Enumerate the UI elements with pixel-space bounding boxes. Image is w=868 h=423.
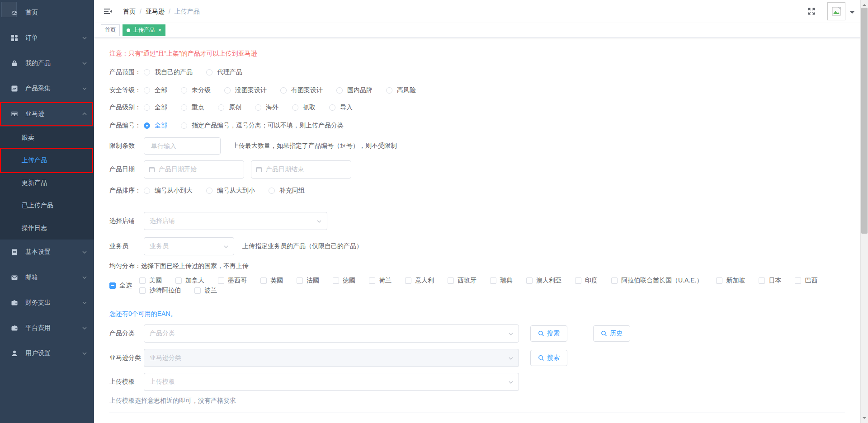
row-product-scope: 产品范围： 我自己的产品 代理产品 bbox=[109, 68, 845, 77]
radio-my-own-products[interactable]: 我自己的产品 bbox=[144, 68, 193, 76]
checkbox-country-japan[interactable]: 日本 bbox=[759, 277, 781, 285]
limit-count-input[interactable] bbox=[144, 137, 221, 155]
sidebar-item-upload-product[interactable]: 上传产品 bbox=[0, 149, 94, 172]
radio-icon bbox=[144, 69, 150, 75]
radio-level-key[interactable]: 重点 bbox=[181, 103, 204, 112]
radio-sort-desc[interactable]: 编号从大到小 bbox=[206, 187, 255, 195]
checkbox-country-uk[interactable]: 英國 bbox=[260, 277, 283, 285]
radio-agent-products[interactable]: 代理产品 bbox=[206, 68, 242, 76]
category-search-button[interactable]: 搜索 bbox=[530, 325, 567, 342]
checkbox-country-canada[interactable]: 加拿大 bbox=[175, 277, 204, 285]
radio-safety-all[interactable]: 全部 bbox=[144, 86, 167, 94]
checkbox-country-spain[interactable]: 西班牙 bbox=[448, 277, 476, 285]
product-category-select[interactable]: 产品分类 bbox=[144, 324, 519, 343]
radio-level-imported[interactable]: 导入 bbox=[329, 103, 353, 112]
hamburger-icon[interactable] bbox=[103, 7, 112, 16]
mail-icon bbox=[11, 274, 18, 281]
select-all-checkbox[interactable]: 全选 bbox=[109, 282, 132, 290]
radio-level-all[interactable]: 全部 bbox=[144, 103, 167, 112]
checkbox-icon bbox=[759, 277, 765, 284]
sidebar-item-amazon[interactable]: 亚马逊 bbox=[0, 101, 94, 127]
sidebar-item-label: 跟卖 bbox=[22, 134, 34, 142]
tag-label: 首页 bbox=[105, 26, 116, 34]
sidebar-item-home[interactable]: 首页 bbox=[0, 0, 94, 25]
radio-level-scraped[interactable]: 抓取 bbox=[292, 103, 316, 112]
radio-sort-fill-group[interactable]: 补充同组 bbox=[269, 187, 305, 195]
checkbox-country-sweden[interactable]: 瑞典 bbox=[490, 277, 513, 285]
radio-sort-asc[interactable]: 编号从小到大 bbox=[144, 187, 193, 195]
sidebar: 首页 订单 我的产品 产品采集 亚马逊 bbox=[0, 0, 94, 423]
checkbox-country-singapore[interactable]: 新加坡 bbox=[716, 277, 745, 285]
radio-number-specified[interactable]: 指定产品编号，逗号分离；可以不填，则上传产品分类 bbox=[181, 122, 344, 130]
salesman-select[interactable]: 业务员 bbox=[144, 237, 234, 255]
scrollbar-up-arrow-icon[interactable] bbox=[863, 2, 866, 6]
checkbox-country-germany[interactable]: 德國 bbox=[333, 277, 355, 285]
breadcrumb-home[interactable]: 首页 bbox=[123, 8, 136, 15]
checkbox-country-india[interactable]: 印度 bbox=[575, 277, 598, 285]
sidebar-item-label: 用户设置 bbox=[25, 349, 51, 357]
tag-upload-product[interactable]: 上传产品 × bbox=[123, 24, 165, 36]
page-scrollbar[interactable] bbox=[860, 0, 868, 423]
checkbox-country-usa[interactable]: 美國 bbox=[139, 277, 162, 285]
checkbox-country-netherlands[interactable]: 荷兰 bbox=[369, 277, 392, 285]
sidebar-item-mailbox[interactable]: 邮箱 bbox=[0, 265, 94, 290]
amazon-category-search-button[interactable]: 搜索 bbox=[530, 350, 567, 366]
category-history-button[interactable]: 历史 bbox=[593, 325, 630, 342]
sidebar-item-operation-log[interactable]: 操作日志 bbox=[0, 217, 94, 240]
sidebar-item-platform-fee[interactable]: 平台费用 bbox=[0, 315, 94, 341]
radio-icon bbox=[386, 87, 392, 94]
sidebar-item-follow-sell[interactable]: 跟卖 bbox=[0, 127, 94, 149]
caret-down-icon[interactable] bbox=[850, 11, 854, 16]
checkbox-country-saudi-arabia[interactable]: 沙特阿拉伯 bbox=[139, 287, 181, 295]
fullscreen-icon[interactable] bbox=[807, 7, 816, 15]
sidebar-item-product-collection[interactable]: 产品采集 bbox=[0, 76, 94, 101]
row-select-shop: 选择店铺 选择店铺 bbox=[109, 212, 845, 230]
breadcrumb-amazon[interactable]: 亚马逊 bbox=[146, 8, 165, 15]
checkbox-country-italy[interactable]: 意大利 bbox=[405, 277, 434, 285]
radio-safety-has-pattern[interactable]: 有图案设计 bbox=[280, 86, 323, 94]
breadcrumb: 首页/亚马逊/上传产品 bbox=[123, 8, 200, 16]
product-collection-icon bbox=[11, 85, 18, 92]
sidebar-item-label: 我的产品 bbox=[25, 59, 51, 67]
radio-safety-ungraded[interactable]: 未分级 bbox=[181, 86, 211, 94]
radio-level-overseas[interactable]: 海外 bbox=[255, 103, 278, 112]
sidebar-item-user-settings[interactable]: 用户设置 bbox=[0, 341, 94, 366]
radio-number-all[interactable]: 全部 bbox=[144, 122, 167, 130]
checkbox-country-australia[interactable]: 澳大利亞 bbox=[526, 277, 561, 285]
sidebar-item-label: 平台费用 bbox=[25, 324, 51, 332]
shop-select[interactable]: 选择店铺 bbox=[144, 212, 327, 230]
date-end-input[interactable]: 产品日期结束 bbox=[251, 160, 351, 179]
tags-view-bar: 首页 上传产品 × bbox=[94, 23, 868, 38]
date-start-input[interactable]: 产品日期开始 bbox=[144, 160, 244, 179]
tag-home[interactable]: 首页 bbox=[101, 24, 120, 36]
radio-safety-no-pattern[interactable]: 没图案设计 bbox=[224, 86, 267, 94]
scrollbar-down-arrow-icon[interactable] bbox=[863, 417, 866, 421]
amazon-category-select[interactable]: 亚马逊分类 bbox=[144, 349, 519, 367]
chevron-down-icon bbox=[82, 326, 87, 330]
tag-close-icon[interactable]: × bbox=[158, 28, 161, 33]
checkbox-country-brazil[interactable]: 巴西 bbox=[795, 277, 817, 285]
sidebar-item-my-products[interactable]: 我的产品 bbox=[0, 51, 94, 76]
checkbox-icon bbox=[716, 277, 722, 284]
search-icon bbox=[538, 355, 544, 361]
salesman-select-placeholder: 业务员 bbox=[150, 242, 169, 250]
scrollbar-thumb[interactable] bbox=[861, 8, 868, 234]
checkbox-country-uae[interactable]: 阿拉伯联合酋长国（U.A.E.） bbox=[611, 277, 703, 285]
upload-template-select[interactable]: 上传模板 bbox=[144, 373, 519, 391]
sidebar-item-finance-expense[interactable]: 财务支出 bbox=[0, 290, 94, 315]
avatar[interactable] bbox=[827, 2, 845, 20]
template-note-text: 上传模板选择意思相近的即可，没有严格要求 bbox=[109, 397, 845, 405]
row-product-number: 产品编号： 全部 指定产品编号，逗号分离；可以不填，则上传产品分类 bbox=[109, 121, 845, 130]
sidebar-item-label: 订单 bbox=[25, 34, 38, 42]
radio-level-original[interactable]: 原创 bbox=[218, 103, 241, 112]
checkbox-country-mexico[interactable]: 墨西哥 bbox=[218, 277, 247, 285]
sidebar-item-orders[interactable]: 订单 bbox=[0, 25, 94, 51]
sidebar-item-basic-settings[interactable]: 基本设置 bbox=[0, 240, 94, 265]
checkbox-country-poland[interactable]: 波兰 bbox=[194, 287, 217, 295]
sidebar-item-update-product[interactable]: 更新产品 bbox=[0, 172, 94, 194]
radio-safety-domestic-brand[interactable]: 国内品牌 bbox=[336, 86, 373, 94]
row-product-date: 产品日期 产品日期开始 产品日期结束 bbox=[109, 160, 845, 179]
sidebar-item-uploaded-products[interactable]: 已上传产品 bbox=[0, 194, 94, 217]
checkbox-country-france[interactable]: 法國 bbox=[297, 277, 319, 285]
radio-safety-high-risk[interactable]: 高风险 bbox=[386, 86, 416, 94]
